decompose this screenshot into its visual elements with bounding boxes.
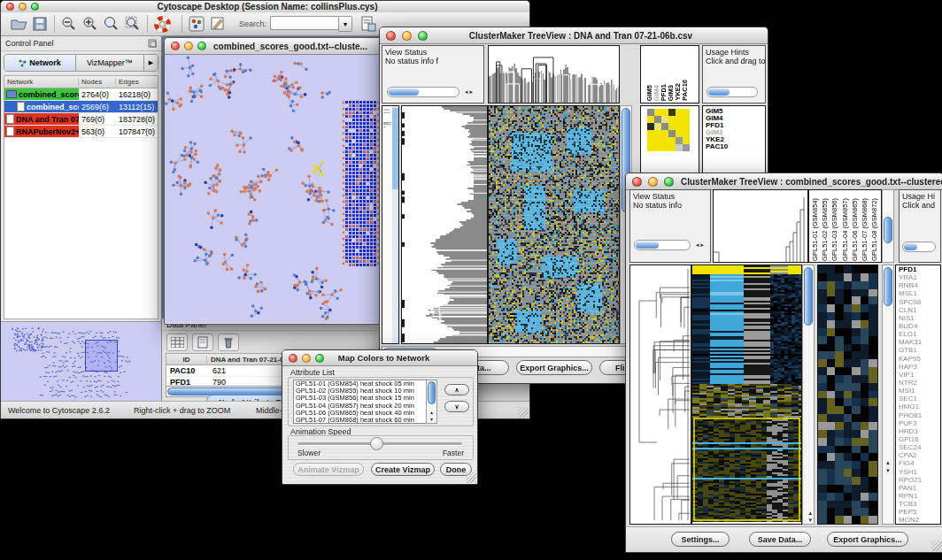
tv2-gene-label[interactable]: PUF3 <box>899 419 940 427</box>
tv1-matrix-cell[interactable] <box>668 130 676 137</box>
close-button[interactable] <box>632 177 642 187</box>
zoom-fit-icon[interactable] <box>101 14 122 34</box>
minimize-button[interactable] <box>402 31 412 41</box>
network-tree-row[interactable]: DNA and Tran 07769(0)183728(0) <box>4 113 158 126</box>
tv1-status-scrollbar[interactable]: ◂▸ <box>387 87 459 97</box>
tv1-matrix-cell[interactable] <box>654 116 661 123</box>
tv2-gene-label[interactable]: NIS1 <box>899 314 940 322</box>
tv1-matrix-cell[interactable] <box>668 137 676 144</box>
tv1-global-strip[interactable] <box>382 105 399 344</box>
tv1-matrix-cell[interactable] <box>654 130 661 137</box>
tv1-matrix-cell[interactable] <box>683 123 690 130</box>
tv1-matrix-cell[interactable] <box>654 137 661 144</box>
tv2-gene-label[interactable]: CPA2 <box>899 451 940 459</box>
tv2-gene-label[interactable]: PEP5 <box>899 508 940 516</box>
annotation-icon[interactable] <box>207 14 228 34</box>
tv2-gene-label[interactable]: PFD1 <box>899 265 940 273</box>
tv2-gene-label[interactable]: SPC98 <box>899 298 940 306</box>
attribute-report-icon[interactable] <box>358 14 379 34</box>
dialog-resize-grip[interactable] <box>466 472 476 483</box>
minimize-button[interactable] <box>302 354 311 363</box>
network-tree-row[interactable]: combined_sco2569(6)13112(15) <box>4 101 158 113</box>
tv1-matrix-cell[interactable] <box>654 109 661 116</box>
tv1-matrix-cell[interactable] <box>683 116 690 123</box>
tv1-heatmap[interactable] <box>488 105 620 344</box>
tv2-gene-label[interactable]: MON2 <box>899 516 940 524</box>
create-vizmap-button[interactable]: Create Vizmap <box>371 463 435 476</box>
tv1-matrix-cell[interactable] <box>676 130 683 137</box>
search-dropdown-arrow[interactable]: ▼ <box>338 16 352 32</box>
network-view-titlebar[interactable]: combined_scores_good.txt--cluste... <box>165 38 383 55</box>
tv2-status-scrollbar[interactable]: ◂▸ <box>634 240 691 250</box>
tv1-matrix-cell[interactable] <box>668 116 676 123</box>
minimize-button[interactable] <box>19 3 27 11</box>
tv2-gene-label[interactable]: PAN1 <box>899 484 940 492</box>
open-folder-icon[interactable] <box>8 14 29 34</box>
zoom-button[interactable] <box>418 31 428 41</box>
tv1-matrix-cell[interactable] <box>676 123 683 130</box>
select-attributes-icon[interactable] <box>166 334 188 351</box>
treeview1-titlebar[interactable]: ClusterMaker TreeView : DNA and Tran 07-… <box>380 27 768 44</box>
tv1-matrix-cell[interactable] <box>683 144 690 151</box>
tv2-gene-label[interactable]: GPI16 <box>899 435 940 443</box>
tv1-matrix-cell[interactable] <box>654 123 661 130</box>
vizmap-wizard-icon[interactable] <box>186 14 207 34</box>
close-button[interactable] <box>171 42 180 50</box>
tv2-settings-button[interactable]: Settings... <box>671 532 730 547</box>
tab-vizmapper[interactable]: VizMapper™ <box>76 55 144 71</box>
close-button[interactable] <box>6 3 14 11</box>
tv1-export-graphics-button[interactable]: Export Graphics... <box>516 360 592 375</box>
tv1-matrix-cell[interactable] <box>647 109 654 116</box>
tv2-gene-label[interactable]: CLN1 <box>899 306 940 314</box>
tv1-matrix-cell[interactable] <box>676 137 683 144</box>
tv2-gene-label[interactable]: PHO81 <box>899 411 940 419</box>
move-attribute-down-button[interactable]: ∨ <box>444 401 469 412</box>
tv1-row-dendrogram[interactable] <box>401 105 488 344</box>
close-button[interactable] <box>289 354 297 363</box>
tv1-matrix-cell[interactable] <box>668 144 676 151</box>
tv2-gene-label[interactable]: GTB1 <box>899 346 940 354</box>
tv1-matrix-cell[interactable] <box>676 144 683 151</box>
tv2-row-dendrogram[interactable] <box>629 265 691 525</box>
new-attribute-icon[interactable] <box>192 334 213 351</box>
tv1-matrix-cell[interactable] <box>647 123 654 130</box>
tv1-matrix-cell[interactable] <box>661 123 668 130</box>
tv2-gene-label[interactable]: RPO21 <box>899 476 940 484</box>
tv2-genelist-vscrollbar[interactable]: ▴▾ <box>882 265 894 525</box>
tv2-gene-label[interactable]: YSH1 <box>899 468 940 476</box>
tv2-zoom-heatmap[interactable] <box>817 265 878 525</box>
col-header-nodes[interactable]: Nodes <box>79 78 116 86</box>
tv1-matrix-cell[interactable] <box>661 144 668 151</box>
zoom-button[interactable] <box>664 177 674 187</box>
zoom-button[interactable] <box>31 3 39 11</box>
tv2-gene-label[interactable]: VIP1 <box>899 371 940 379</box>
save-icon[interactable] <box>29 14 50 34</box>
zoom-selected-icon[interactable] <box>122 14 143 34</box>
tv2-gene-label[interactable]: ELG1 <box>899 330 940 338</box>
tv2-export-graphics-button[interactable]: Export Graphics... <box>827 532 908 547</box>
tv2-header-vscrollbar[interactable] <box>882 189 894 263</box>
tv2-gene-label[interactable]: SEC1 <box>899 395 940 403</box>
network-tree-row[interactable]: combined_scores2764(0)16218(0) <box>4 88 158 101</box>
tv1-matrix-cell[interactable] <box>661 116 668 123</box>
tv2-gene-label[interactable]: MSI1 <box>899 387 940 395</box>
tv1-column-dendrogram[interactable] <box>488 45 620 104</box>
tv1-matrix-cell[interactable] <box>683 137 690 144</box>
data-col-id[interactable]: ID <box>166 356 207 364</box>
tv2-gene-label[interactable]: HRD3 <box>899 427 940 435</box>
search-input[interactable] <box>270 16 338 30</box>
tv2-gene-label[interactable]: FIG4 <box>899 459 940 467</box>
tv2-resize-grip[interactable] <box>931 541 942 551</box>
minimize-button[interactable] <box>184 42 193 50</box>
minimize-button[interactable] <box>648 177 658 187</box>
attribute-list[interactable]: GPL51-01 (GSM854) heat shock 05 minGPL51… <box>293 380 428 424</box>
delete-attribute-trash-icon[interactable] <box>218 334 239 351</box>
col-header-edges[interactable]: Edges <box>116 78 158 86</box>
move-attribute-up-button[interactable]: ∧ <box>444 384 469 395</box>
tv2-gene-label[interactable]: HAP3 <box>899 363 940 371</box>
tv1-matrix-cell[interactable] <box>676 109 683 116</box>
float-panel-icon[interactable] <box>148 39 157 48</box>
treeview2-titlebar[interactable]: ClusterMaker TreeView : combined_scores_… <box>626 173 942 190</box>
tv1-usage-scrollbar[interactable] <box>706 87 758 97</box>
col-header-network[interactable]: Network <box>4 78 79 86</box>
